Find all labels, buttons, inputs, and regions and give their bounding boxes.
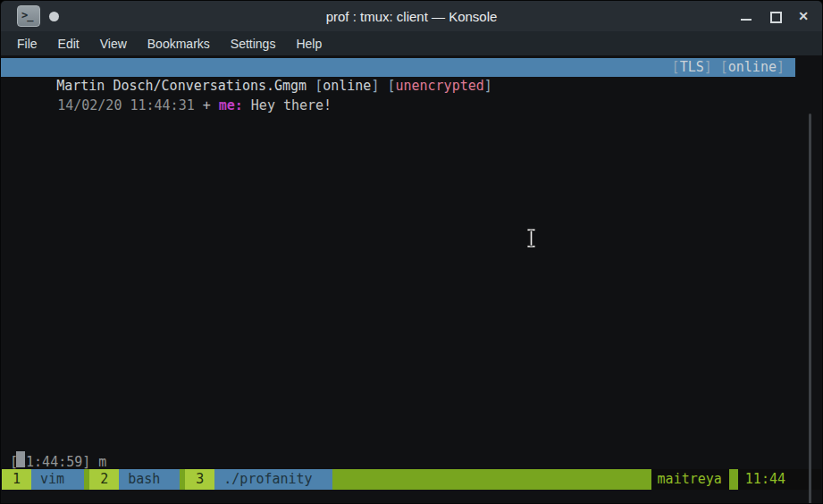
tmux-window-index: 2 xyxy=(89,469,119,490)
tmux-window-name: vim xyxy=(31,469,84,490)
tls-status: TLS xyxy=(680,59,704,75)
tmux-statusbar: 1vim 2bash 3./profanity maitreya 11:44 xyxy=(2,469,821,490)
tmux-window-name: bash xyxy=(119,469,180,490)
tmux-window-3[interactable]: 3./profanity xyxy=(185,469,332,490)
connection-status-group: [TLS][online] xyxy=(672,58,785,77)
konsole-window: >_ prof : tmux: client — Konsole ✕ File … xyxy=(0,0,823,504)
menu-file[interactable]: File xyxy=(10,33,45,55)
tmux-hostname: maitreya xyxy=(658,469,722,490)
tmux-window-name: ./profanity xyxy=(214,469,332,490)
menu-edit[interactable]: Edit xyxy=(51,33,87,55)
menu-bookmarks[interactable]: Bookmarks xyxy=(140,33,217,55)
close-icon[interactable]: ✕ xyxy=(795,8,811,24)
terminal-scrollbar[interactable] xyxy=(809,113,811,504)
maximize-icon[interactable] xyxy=(767,8,783,24)
terminal-block-cursor[interactable] xyxy=(16,451,25,467)
ibeam-mouse-cursor-icon xyxy=(525,227,538,249)
window-title: prof : tmux: client — Konsole xyxy=(1,9,822,24)
message-text: Hey there! xyxy=(251,97,332,113)
window-controls: ✕ xyxy=(738,1,811,31)
menubar: File Edit View Bookmarks Settings Help xyxy=(1,31,822,55)
chat-message-line: 14/02/20 11:44:31+me:Hey there! xyxy=(9,78,821,97)
window-titlebar: >_ prof : tmux: client — Konsole ✕ xyxy=(1,1,822,31)
minimize-icon[interactable] xyxy=(738,8,754,24)
tmux-window-list: 1vim 2bash 3./profanity xyxy=(2,469,651,490)
terminal-view[interactable]: Martin Dosch/Conversations.Gmgm[online][… xyxy=(1,55,822,503)
menu-help[interactable]: Help xyxy=(289,33,329,55)
menu-settings[interactable]: Settings xyxy=(223,33,283,55)
tmux-window-index: 3 xyxy=(185,469,214,490)
konsole-app-icon: >_ xyxy=(17,5,40,27)
tmux-status-right: maitreya 11:44 xyxy=(651,469,821,490)
tmux-window-1[interactable]: 1vim xyxy=(2,469,84,490)
profanity-titlebar: Martin Dosch/Conversations.Gmgm[online][… xyxy=(1,58,795,77)
account-status: online xyxy=(728,59,777,75)
tmux-separator-block xyxy=(729,469,738,490)
menu-view[interactable]: View xyxy=(93,33,134,55)
tab-activity-dot-icon xyxy=(49,12,59,21)
tmux-window-2[interactable]: 2bash xyxy=(89,469,180,490)
message-nick: me: xyxy=(219,97,243,113)
tmux-clock: 11:44 xyxy=(745,469,785,490)
message-marker: + xyxy=(203,97,211,113)
message-timestamp: 14/02/20 11:44:31 xyxy=(57,97,195,113)
tmux-window-index: 1 xyxy=(2,469,31,490)
profanity-statusbar: [11:44:59] m [1:console][2:profani][3:xs… xyxy=(2,434,821,453)
